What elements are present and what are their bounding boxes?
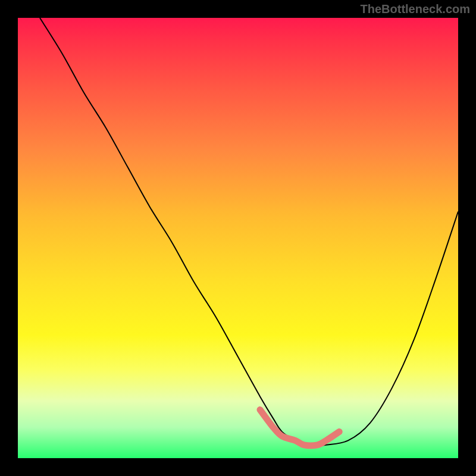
highlight-band-path xyxy=(260,410,339,446)
watermark-text: TheBottleneck.com xyxy=(361,2,470,16)
plot-area xyxy=(18,18,458,458)
chart-svg xyxy=(18,18,458,458)
bottleneck-curve-path xyxy=(40,18,458,445)
